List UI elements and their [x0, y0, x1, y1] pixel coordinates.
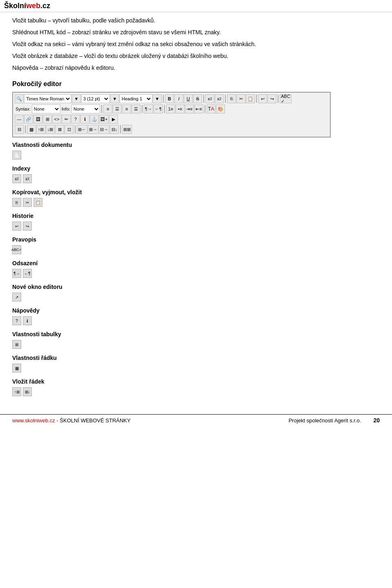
paste-icon[interactable]: 📋	[33, 198, 42, 207]
info-label: Info:	[61, 107, 71, 111]
media-button[interactable]: ▶	[109, 115, 118, 124]
font-size-select[interactable]: 3 (12 pt)	[81, 94, 110, 103]
image-button[interactable]: 🖼	[33, 115, 42, 124]
align-justify-button[interactable]: ☰	[131, 104, 140, 113]
insert-row-above-btn[interactable]: ↑⊞	[36, 125, 45, 134]
info-select[interactable]: None	[71, 104, 100, 113]
logo-skolni: Školní	[4, 2, 26, 10]
superscript-icon[interactable]: x2	[23, 174, 32, 183]
italic-button[interactable]: I	[174, 94, 183, 103]
underline-button[interactable]: U	[184, 94, 193, 103]
syntax-select[interactable]: None	[32, 104, 60, 113]
bold-button[interactable]: B	[165, 94, 174, 103]
insert-col-left-btn[interactable]: ⊞←	[77, 125, 87, 134]
spellcheck-icon[interactable]: ABC✓	[12, 245, 21, 254]
history-icons: ↩ ↪	[12, 222, 380, 231]
toolbar-sep-4	[256, 95, 257, 103]
insert-row-heading: Vložit řádek	[12, 378, 380, 385]
doc-properties-icons: 📄	[12, 151, 380, 160]
hrule-button[interactable]: —	[15, 115, 24, 124]
toolbar-font-dropdown-arrow[interactable]: ▼	[72, 94, 81, 103]
toolbar-sep-6	[101, 105, 102, 113]
align-center-button[interactable]: ☰	[113, 104, 122, 113]
table-props-button[interactable]: ⊟	[15, 125, 24, 134]
list-ordered-button[interactable]: 1≡	[166, 104, 175, 113]
copy-icon[interactable]: ⎘	[12, 198, 21, 207]
insert-row-icons: ↑⊞ ⊞↓	[12, 387, 380, 396]
toolbar-search-icon[interactable]: 🔍	[15, 94, 24, 103]
insert-img-db-button[interactable]: 🖼+	[99, 115, 109, 124]
new-window-heading: Nové okno editoru	[12, 284, 380, 290]
para-4: Vložit obrázek z databáze – vloží do tex…	[12, 52, 380, 60]
redo-button[interactable]: ↪	[267, 94, 276, 103]
align-left-button[interactable]: ≡	[103, 104, 112, 113]
pravopis-icons: ABC✓	[12, 245, 380, 254]
delete-col-btn[interactable]: ⊟→	[99, 125, 109, 134]
text-color-button[interactable]: TA	[207, 104, 216, 113]
edit-button[interactable]: ✏	[62, 115, 71, 124]
toolbar-size-dropdown-arrow[interactable]: ▼	[110, 94, 119, 103]
indent-left-button[interactable]: ←¶	[154, 104, 163, 113]
row-props-button[interactable]: ▦	[27, 125, 36, 134]
napovedy-icons: ? ℹ	[12, 316, 380, 325]
insert-row-below-btn[interactable]: ↓⊞	[46, 125, 55, 134]
doc-properties-icon[interactable]: 📄	[12, 151, 21, 160]
subscript-button[interactable]: x2	[205, 94, 214, 103]
insert-row-above-icon[interactable]: ↑⊞	[12, 387, 21, 396]
table-props-heading: Vlastnosti tabulky	[12, 331, 380, 337]
site-logo: Školníweb.cz	[4, 2, 50, 10]
font-name-select[interactable]: Times New Roman	[24, 94, 71, 103]
help-btn[interactable]: ?	[71, 115, 80, 124]
anchor-button[interactable]: ⚓	[90, 115, 99, 124]
footer-link[interactable]: www.skolniweb.cz	[12, 417, 55, 424]
info-btn[interactable]: ℹ	[80, 115, 89, 124]
para-5: Nápověda – zobrazí nápovědu k editoru.	[12, 64, 380, 72]
indent-right-icon[interactable]: ¶→	[12, 269, 21, 278]
merge-cells-button[interactable]: ⊠	[55, 125, 64, 134]
list-indent-button[interactable]: ⇥≡	[185, 104, 194, 113]
indent-right-button[interactable]: ¶→	[144, 104, 153, 113]
html-button[interactable]: <>	[52, 115, 61, 124]
footer-company: Projekt společnosti Agerit s.r.o.	[289, 417, 361, 424]
list-outdent-button[interactable]: ⇤≡	[194, 104, 203, 113]
insert-col-right-btn[interactable]: ⊞→	[88, 125, 98, 134]
toolbar-sep-3	[225, 95, 226, 103]
heading-select[interactable]: Heading 1	[120, 94, 152, 103]
cut-button[interactable]: ✂	[236, 94, 245, 103]
napovedy-section: Nápovědy ? ℹ	[12, 307, 380, 325]
list-unordered-button[interactable]: •≡	[176, 104, 185, 113]
bg-color-button[interactable]: 🎨	[216, 104, 225, 113]
page-number: 20	[373, 417, 380, 424]
toolbar-heading-dropdown-arrow[interactable]: ▼	[153, 94, 162, 103]
delete-row-btn[interactable]: ⊟↓	[110, 125, 119, 134]
new-window-icon[interactable]: ↗	[12, 293, 21, 302]
table-button[interactable]: ⊞	[43, 115, 52, 124]
indent-left-icon[interactable]: ←¶	[23, 269, 32, 278]
spellcheck-button[interactable]: ABC✓	[280, 94, 292, 103]
help-question-icon[interactable]: ?	[12, 316, 21, 325]
insert-row-below-icon[interactable]: ⊞↓	[23, 387, 32, 396]
superscript-button[interactable]: x2	[215, 94, 224, 103]
help-info-icon[interactable]: ℹ	[23, 316, 32, 325]
cut-icon[interactable]: ✂	[23, 198, 32, 207]
paste-button[interactable]: 📋	[246, 94, 255, 103]
toolbar-sep-2	[203, 95, 204, 103]
copy-button[interactable]: ⎘	[227, 94, 236, 103]
link-button[interactable]: 🔗	[24, 115, 33, 124]
undo-icon[interactable]: ↩	[12, 222, 21, 231]
toolbar-sep-7	[142, 105, 143, 113]
row-properties-icon[interactable]: ▦	[12, 364, 21, 373]
indexy-icons: x2 x2	[12, 174, 380, 183]
split-cells-button[interactable]: ⊡	[65, 125, 74, 134]
table-properties-icon[interactable]: ⊞	[12, 340, 21, 349]
undo-button[interactable]: ↩	[258, 94, 267, 103]
align-right-button[interactable]: ≡	[122, 104, 131, 113]
toolbar-sep-9	[205, 105, 205, 113]
para-2: Shlédnout HTML kód – zobrazí stránku ve …	[12, 28, 380, 37]
subscript-icon[interactable]: x2	[12, 174, 21, 183]
strikethrough-button[interactable]: S	[193, 94, 202, 103]
toolbar-sep-5	[278, 95, 278, 103]
full-table-button[interactable]: ⊞⊞	[122, 125, 132, 134]
footer-right: Projekt společnosti Agerit s.r.o. 20	[289, 417, 380, 424]
redo-icon[interactable]: ↪	[23, 222, 32, 231]
